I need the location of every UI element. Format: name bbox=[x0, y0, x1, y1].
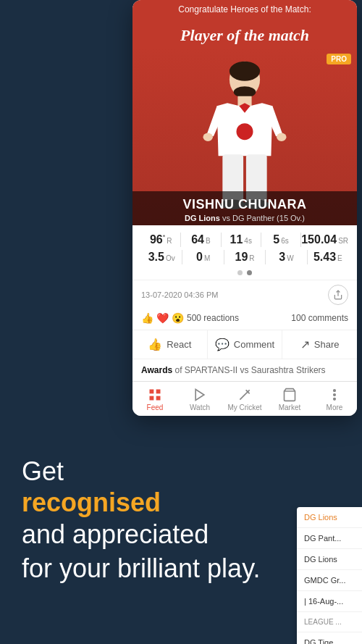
side-list-item[interactable]: LEAGUE ... bbox=[297, 612, 362, 632]
svg-point-10 bbox=[277, 133, 286, 142]
comment-label: Comment bbox=[234, 339, 274, 350]
svg-rect-12 bbox=[150, 390, 154, 394]
awards-match: SPARTANS-II vs Saurashtra Strikers bbox=[185, 365, 326, 375]
cricket-icon bbox=[237, 388, 252, 402]
dots-indicator bbox=[141, 266, 348, 277]
svg-point-1 bbox=[230, 62, 260, 81]
player-name-bar: VISHNU CHUNARA DG Lions vs DG Panther (1… bbox=[132, 191, 357, 225]
side-list-item[interactable]: DG Tige... bbox=[297, 632, 362, 644]
stat-sixes: 5 6s bbox=[261, 233, 300, 246]
svg-point-2 bbox=[234, 86, 256, 97]
stats-section: 96* R 64 B 11 4s 5 6s 150.04 SR bbox=[132, 225, 357, 280]
nav-more-label: More bbox=[327, 403, 343, 411]
comment-button[interactable]: 💬 Comment bbox=[208, 330, 283, 359]
svg-point-20 bbox=[334, 390, 336, 392]
nav-my-cricket[interactable]: My Cricket bbox=[222, 382, 267, 416]
react-icon: 👍 bbox=[148, 338, 162, 351]
nav-watch[interactable]: Watch bbox=[177, 382, 222, 416]
comment-icon: 💬 bbox=[215, 338, 230, 351]
stats-row-2: 3.5 Ov 0 M 19 R 3 W 5.43 E bbox=[141, 248, 348, 266]
awards-bar: Awards of SPARTANS-II vs Saurashtra Stri… bbox=[132, 359, 357, 381]
react-button[interactable]: 👍 React bbox=[132, 330, 208, 359]
pro-badge: PRO bbox=[327, 54, 351, 64]
nav-feed[interactable]: Feed bbox=[132, 382, 177, 416]
player-of-match-header: Player of the match bbox=[132, 19, 357, 48]
side-list-item[interactable]: | 16-Aug-... bbox=[297, 591, 362, 612]
side-list: DG Lions DG Pant... DG Lions GMDC Gr... … bbox=[297, 507, 362, 644]
side-list-item[interactable]: DG Pant... bbox=[297, 528, 362, 549]
share-icon-button[interactable] bbox=[328, 285, 348, 305]
stat-overs: 3.5 Ov bbox=[141, 251, 182, 264]
side-list-item[interactable]: DG Lions bbox=[297, 549, 362, 570]
stat-economy: 5.43 E bbox=[308, 251, 348, 264]
timestamp: 13-07-2020 04:36 PM bbox=[141, 290, 218, 299]
stat-fours: 11 4s bbox=[222, 233, 261, 246]
side-list-item[interactable]: DG Lions bbox=[297, 507, 362, 528]
reactions-row: 👍 ❤️ 😮 500 reactions 100 comments bbox=[132, 309, 357, 330]
stat-maidens: 0 M bbox=[182, 251, 223, 264]
svg-point-21 bbox=[334, 394, 336, 396]
nav-more[interactable]: More bbox=[312, 382, 357, 416]
stat-sr: 150.04 SR bbox=[301, 233, 348, 246]
share-icon bbox=[333, 290, 343, 300]
awards-of: of bbox=[174, 365, 184, 375]
react-label: React bbox=[167, 339, 191, 350]
bottom-nav: Feed Watch My Cricket Market More bbox=[132, 381, 357, 416]
side-list-item[interactable]: GMDC Gr... bbox=[297, 570, 362, 591]
stats-row-1: 96* R 64 B 11 4s 5 6s 150.04 SR bbox=[141, 231, 348, 248]
reaction-wow: 😮 bbox=[172, 312, 184, 324]
recognised-text: recognised bbox=[22, 487, 340, 518]
promo-text: Get recognised and appreciatedfor your b… bbox=[22, 456, 340, 586]
dot-1 bbox=[237, 270, 243, 275]
nav-market[interactable]: Market bbox=[267, 382, 312, 416]
svg-rect-14 bbox=[150, 396, 154, 401]
awards-label: Awards bbox=[141, 365, 172, 375]
stat-runs: 96* R bbox=[141, 233, 180, 246]
timestamp-row: 13-07-2020 04:36 PM bbox=[132, 280, 357, 309]
share-label: Share bbox=[314, 339, 340, 350]
nav-feed-label: Feed bbox=[147, 403, 164, 411]
reaction-like: 👍 bbox=[141, 312, 153, 324]
share-button[interactable]: ↗ Share bbox=[282, 330, 357, 359]
more-icon bbox=[327, 388, 342, 402]
reaction-icons: 👍 ❤️ 😮 500 reactions bbox=[141, 312, 239, 324]
reactions-count: 500 reactions bbox=[187, 313, 239, 323]
stat-balls: 64 B bbox=[181, 233, 220, 246]
svg-marker-16 bbox=[195, 390, 204, 401]
player-match: DG Lions vs DG Panther (15 Ov.) bbox=[141, 214, 348, 222]
nav-watch-label: Watch bbox=[190, 403, 210, 411]
svg-point-9 bbox=[203, 133, 213, 142]
player-of-match-title: Player of the match bbox=[144, 26, 345, 45]
share-forward-icon: ↗ bbox=[300, 338, 310, 351]
sub-text: and appreciatedfor your brilliant play. bbox=[22, 518, 340, 586]
congratulate-bar: Congratulate Heroes of the Match: bbox=[132, 0, 357, 19]
svg-point-22 bbox=[334, 398, 336, 401]
action-buttons-row: 👍 React 💬 Comment ↗ Share bbox=[132, 330, 357, 359]
stat-bowling-runs: 19 R bbox=[224, 251, 265, 264]
comments-count: 100 comments bbox=[291, 313, 348, 323]
get-text: Get bbox=[22, 456, 340, 487]
svg-point-4 bbox=[237, 123, 253, 140]
watch-icon bbox=[193, 388, 207, 402]
stat-wickets: 3 W bbox=[266, 251, 306, 264]
player-image-container: PRO VISHNU CHUNARA DG Lions vs DG Panthe… bbox=[132, 48, 357, 225]
nav-market-label: Market bbox=[279, 403, 301, 411]
dot-2 bbox=[247, 270, 252, 275]
svg-rect-13 bbox=[156, 390, 161, 394]
player-name: VISHNU CHUNARA bbox=[141, 197, 348, 212]
nav-my-cricket-label: My Cricket bbox=[227, 403, 261, 411]
feed-icon bbox=[148, 388, 162, 402]
reaction-heart: ❤️ bbox=[156, 312, 169, 324]
svg-rect-15 bbox=[156, 396, 161, 401]
market-icon bbox=[282, 388, 297, 402]
phone-card: Congratulate Heroes of the Match: Player… bbox=[132, 0, 357, 416]
